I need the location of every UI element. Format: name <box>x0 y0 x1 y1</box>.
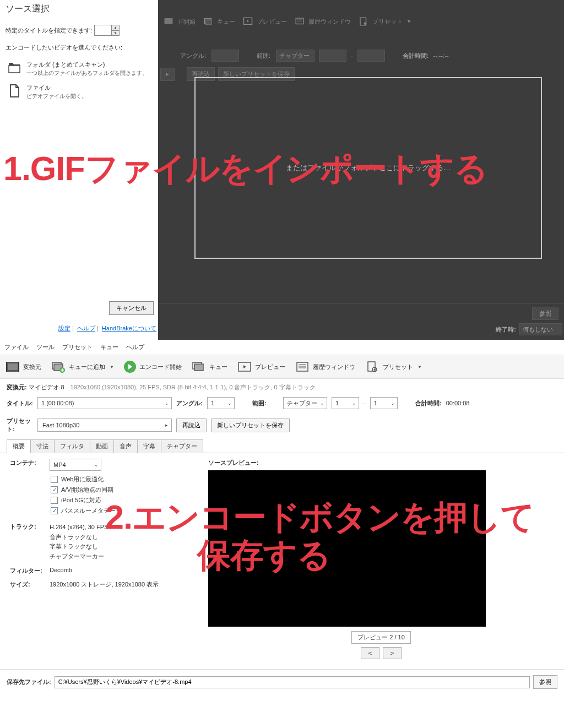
preview-image <box>208 470 486 627</box>
drop-area[interactable]: またはファイルかフォルダをここにドラッグする… <box>194 77 542 259</box>
av-sync-check[interactable]: ✓A/V開始地点の同期 <box>50 486 192 494</box>
dimmed-main-window: ド開始 キュー プレビュー 履歴ウィンドウ プリセット▼ アングル: 範囲: チ… <box>158 0 564 340</box>
range-to-combo[interactable]: 1⌄ <box>370 397 398 409</box>
history-button[interactable]: 履歴ウィンドウ <box>293 360 357 374</box>
preset-combo[interactable]: Fast 1080p30▸ <box>37 419 172 432</box>
svg-marker-4 <box>247 20 250 23</box>
container-combo[interactable]: MP4⌄ <box>50 459 101 471</box>
svg-rect-13 <box>18 362 19 372</box>
save-path-input[interactable] <box>55 676 530 688</box>
source-button[interactable]: 変換元 <box>3 360 44 374</box>
spinner-down-icon: ▼ <box>111 31 119 36</box>
main-toolbar: 変換元 キューに追加▼ エンコード開始 キュー プレビュー 履歴ウィンドウ プリ… <box>0 355 564 379</box>
total-time-value: 00:00:08 <box>446 400 470 406</box>
preview-next-button[interactable]: > <box>383 647 402 659</box>
filter-value: Decomb <box>50 567 192 573</box>
encode-start-button[interactable]: エンコード開始 <box>122 360 184 374</box>
preview-page-indicator: プレビュー 2 / 10 <box>351 631 411 644</box>
menu-preset[interactable]: プリセット <box>62 343 93 351</box>
footer-links: 設定| ヘルプ| HandBrakeについて <box>58 324 156 333</box>
svg-rect-11 <box>8 363 18 370</box>
range-type-combo[interactable]: チャプター⌄ <box>283 397 327 409</box>
tab-video[interactable]: 動画 <box>90 439 114 453</box>
svg-point-29 <box>373 369 375 371</box>
save-preset-button[interactable]: 新しいプリセットを保存 <box>211 419 290 432</box>
title-spinner[interactable]: ▲▼ <box>94 25 120 36</box>
metadata-check[interactable]: ✓パススルーメタデータ <box>50 507 192 515</box>
size-value: 1920x1080 ストレージ, 1920x1080 表示 <box>50 580 192 589</box>
menu-queue[interactable]: キュー <box>100 343 118 351</box>
browse-button[interactable]: 参照 <box>533 675 557 689</box>
specify-title-label: 特定のタイトルを指定できます: <box>6 26 92 35</box>
queue-icon <box>192 361 206 373</box>
preset-row: プリセット: Fast 1080p30▸ 再読込 新しいプリセットを保存 <box>0 414 564 439</box>
preset-button[interactable]: プリセット▼ <box>363 360 424 374</box>
range-from-combo[interactable]: 1⌄ <box>332 397 359 409</box>
svg-rect-12 <box>6 362 7 372</box>
tab-filter[interactable]: フィルタ <box>54 439 90 453</box>
svg-rect-23 <box>297 362 308 371</box>
top-panel: ド開始 キュー プレビュー 履歴ウィンドウ プリセット▼ アングル: 範囲: チ… <box>0 0 564 340</box>
svg-marker-22 <box>243 365 246 368</box>
play-icon <box>124 361 136 373</box>
file-icon <box>8 84 21 98</box>
history-icon <box>295 361 310 373</box>
summary-tab-body: コンテナ: MP4⌄ Web用に最適化 ✓A/V開始地点の同期 iPod 5Gに… <box>0 453 564 665</box>
folder-icon <box>8 61 21 75</box>
panel-title: ソース選択 <box>6 3 157 15</box>
svg-rect-20 <box>194 364 203 371</box>
reload-button[interactable]: 再読込 <box>176 419 207 432</box>
preview-prev-button[interactable]: < <box>361 647 379 659</box>
title-row: タイトル: 1 (00:00:08)⌄ アングル: 1⌄ 範囲: チャプター⌄ … <box>0 393 564 414</box>
source-selection-panel: ソース選択 特定のタイトルを指定できます: ▲▼ エンコードしたいビデオを選んで… <box>6 3 157 338</box>
preview-label: ソースプレビュー: <box>208 459 554 467</box>
queue-button[interactable]: キュー <box>189 360 230 374</box>
web-optimize-check[interactable]: Web用に最適化 <box>50 475 192 483</box>
menu-help[interactable]: ヘルプ <box>126 343 144 351</box>
menu-tool[interactable]: ツール <box>36 343 55 351</box>
settings-link[interactable]: 設定 <box>58 325 70 332</box>
menu-file[interactable]: ファイル <box>4 343 29 351</box>
preset-icon <box>365 361 379 373</box>
spinner-up-icon: ▲ <box>111 25 119 31</box>
cancel-button[interactable]: キャンセル <box>109 301 154 315</box>
tab-audio[interactable]: 音声 <box>113 439 138 453</box>
preview-icon <box>237 361 252 373</box>
about-link[interactable]: HandBrakeについて <box>102 325 156 332</box>
tab-dimensions[interactable]: 寸法 <box>30 439 55 453</box>
dim-status: 終了時: 何もしない <box>496 323 562 335</box>
preview-button[interactable]: プレビュー <box>235 360 288 374</box>
tab-summary[interactable]: 概要 <box>7 439 31 453</box>
main-window: ファイル ツール プリセット キュー ヘルプ 変換元 キューに追加▼ エンコード… <box>0 340 564 696</box>
ipod-check[interactable]: iPod 5Gに対応 <box>50 496 192 504</box>
film-icon <box>6 361 20 373</box>
tab-chapter[interactable]: チャプター <box>161 439 203 453</box>
svg-rect-2 <box>206 20 212 25</box>
save-row: 保存先ファイル: 参照 <box>0 669 564 696</box>
queue-add-icon <box>51 361 66 373</box>
angle-combo[interactable]: 1⌄ <box>207 397 235 409</box>
open-folder-item[interactable]: フォルダ (まとめてスキャン) 一つ以上のファイルがあるフォルダを開きます。 <box>6 57 157 80</box>
dim-toolbar: ド開始 キュー プレビュー 履歴ウィンドウ プリセット▼ <box>158 0 564 33</box>
tracks-info: H.264 (x264), 30 FPS PFR 音声トラックなし 字幕トラック… <box>50 523 192 561</box>
add-queue-button[interactable]: キューに追加▼ <box>49 360 116 374</box>
tab-subtitle[interactable]: 字幕 <box>137 439 161 453</box>
open-file-item[interactable]: ファイル ビデオファイルを開く。 <box>6 80 157 104</box>
tabs: 概要 寸法 フィルタ 動画 音声 字幕 チャプター <box>0 439 564 453</box>
menubar: ファイル ツール プリセット キュー ヘルプ <box>0 340 564 355</box>
help-link[interactable]: ヘルプ <box>77 325 95 332</box>
source-info-line: 変換元: マイビデオ-8 1920x1080 (1920x1080), 25 F… <box>0 379 564 393</box>
instruction-text: エンコードしたいビデオを選んでください: <box>6 44 157 52</box>
dim-browse-button[interactable]: 参照 <box>532 307 558 320</box>
svg-point-9 <box>364 23 367 25</box>
title-combo[interactable]: 1 (00:00:08)⌄ <box>37 397 172 409</box>
svg-rect-0 <box>165 18 173 24</box>
